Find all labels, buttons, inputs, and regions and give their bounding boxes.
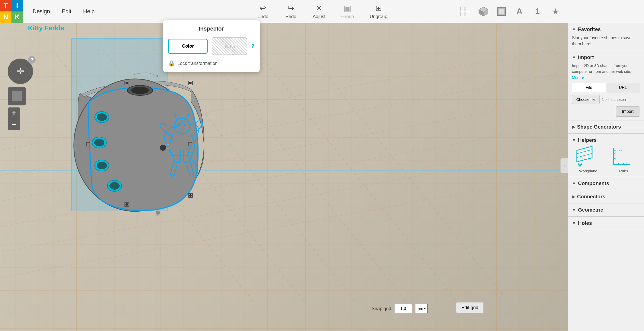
nav-help-icon[interactable]: ? xyxy=(28,56,36,64)
svg-point-48 xyxy=(189,82,192,84)
group-icon: ▣ xyxy=(344,3,351,13)
zoom-in-button[interactable]: + xyxy=(8,107,20,119)
workplane-item[interactable]: W Workplane xyxy=(572,146,605,173)
lock-icon: 🔒 xyxy=(168,60,175,67)
ruler-icon: mm xyxy=(611,146,636,167)
ungroup-label: Ungroup xyxy=(370,14,387,19)
import-more-link[interactable]: More ▶ xyxy=(572,75,640,80)
import-header[interactable]: ▼ Import xyxy=(572,54,640,60)
favorites-description: Star your favorite shapes to save them h… xyxy=(572,35,640,47)
holes-header[interactable]: ▼ Holes xyxy=(572,220,640,226)
tinkercad-logo[interactable]: T I N K xyxy=(0,0,23,23)
holes-title: Holes xyxy=(578,220,592,226)
collapse-panel-button[interactable]: › xyxy=(561,158,568,173)
snap-grid-label: Snap grid xyxy=(372,306,391,311)
redo-icon: ↪ xyxy=(287,3,294,13)
holes-section: ▼ Holes xyxy=(568,217,644,230)
nav-help[interactable]: Help xyxy=(78,6,99,17)
inspector-hole-button[interactable]: Hole xyxy=(212,37,247,55)
group-label: Group xyxy=(341,14,354,19)
svg-text:mm: mm xyxy=(619,149,622,152)
right-panel: ▼ Favorites Star your favorite shapes to… xyxy=(568,23,644,331)
redo-button[interactable]: ↪ Redo xyxy=(281,1,301,21)
geometric-arrow: ▼ xyxy=(572,208,576,212)
nav-edit[interactable]: Edit xyxy=(57,6,76,17)
snap-grid-input[interactable] xyxy=(394,304,412,313)
inspector-popup: Inspector Color Hole ? 🔒 Lock transforma… xyxy=(163,20,260,72)
zoom-out-button[interactable]: − xyxy=(8,119,20,130)
logo-i: I xyxy=(11,0,23,11)
shape-generators-section: ▶ Shape Generators xyxy=(568,120,644,134)
svg-point-33 xyxy=(109,182,120,190)
components-header[interactable]: ▼ Components xyxy=(572,181,640,186)
choose-file-button[interactable]: Choose file xyxy=(572,95,600,104)
number-view-button[interactable]: 1 xyxy=(530,4,544,18)
snap-grid-area: Snap grid mm xyxy=(372,304,428,313)
favorites-content: Star your favorite shapes to save them h… xyxy=(572,35,640,47)
redo-label: Redo xyxy=(285,14,296,19)
svg-line-59 xyxy=(577,150,592,154)
svg-rect-3 xyxy=(466,12,470,16)
import-tab-url[interactable]: URL xyxy=(606,83,640,92)
inspector-options: Color Hole ? xyxy=(168,37,255,55)
connectors-arrow: ▶ xyxy=(572,194,575,199)
import-tab-file[interactable]: File xyxy=(572,83,606,92)
star-view-button[interactable]: ★ xyxy=(549,4,563,18)
view-shape-button[interactable] xyxy=(8,87,26,105)
import-section: ▼ Import Import 2D or 3D shapes from you… xyxy=(568,51,644,120)
nav-menu: Design Edit Help xyxy=(23,6,104,17)
svg-point-49 xyxy=(189,194,192,197)
workplane-label: Workplane xyxy=(579,169,597,173)
ruler-item[interactable]: mm Ruler xyxy=(608,146,640,173)
logo-n: N xyxy=(0,11,11,23)
favorites-header[interactable]: ▼ Favorites xyxy=(572,26,640,32)
import-description: Import 2D or 3D shapes from your compute… xyxy=(572,63,640,74)
helpers-grid: W Workplane xyxy=(572,146,640,173)
canvas-area[interactable]: ✛ ? + − xyxy=(0,23,568,331)
edit-grid-button[interactable]: Edit grid xyxy=(456,302,484,313)
grid-view-button[interactable] xyxy=(458,4,472,18)
svg-point-29 xyxy=(94,139,104,146)
pan-arrows: ✛ xyxy=(17,66,24,77)
lock-label: Lock transformation xyxy=(177,61,218,66)
import-button[interactable]: Import xyxy=(616,106,640,117)
svg-rect-1 xyxy=(466,7,470,11)
zoom-controls: + − xyxy=(8,107,33,130)
svg-text:W: W xyxy=(578,163,582,167)
lock-transformation-row[interactable]: 🔒 Lock transformation xyxy=(168,60,255,67)
toolbar-right: A 1 ★ xyxy=(458,4,563,18)
file-row: Choose file No file chosen xyxy=(572,95,640,104)
adjust-button[interactable]: ✕ Adjust xyxy=(309,1,329,21)
inspector-color-button[interactable]: Color xyxy=(168,39,208,54)
text-view-button[interactable]: A xyxy=(512,4,526,18)
workplane-icon: W xyxy=(576,146,601,167)
nav-control: ✛ ? + − xyxy=(8,59,33,130)
shape-generators-header[interactable]: ▶ Shape Generators xyxy=(572,124,640,130)
svg-rect-0 xyxy=(461,7,465,11)
ungroup-button[interactable]: ⊞ Ungroup xyxy=(366,1,391,21)
svg-rect-2 xyxy=(461,12,465,16)
favorites-arrow: ▼ xyxy=(572,27,576,32)
cube-view-button[interactable] xyxy=(476,4,490,18)
connectors-header[interactable]: ▶ Connectors xyxy=(572,194,640,200)
nav-design[interactable]: Design xyxy=(28,6,54,17)
helpers-section: ▼ Helpers W Workplane xyxy=(568,134,644,177)
inspector-help-icon[interactable]: ? xyxy=(251,43,255,49)
helpers-header[interactable]: ▼ Helpers xyxy=(572,137,640,143)
connectors-section: ▶ Connectors xyxy=(568,190,644,203)
toolbar-center: ↩ Undo ↪ Redo ✕ Adjust ▣ Group ⊞ Ungroup xyxy=(253,1,391,21)
import-title: Import xyxy=(578,54,594,60)
undo-button[interactable]: ↩ Undo xyxy=(253,1,273,21)
group-button[interactable]: ▣ Group xyxy=(337,1,358,21)
geometric-title: Geometric xyxy=(578,207,603,213)
box-view-button[interactable] xyxy=(494,4,508,18)
helpers-arrow: ▼ xyxy=(572,138,576,143)
holes-arrow: ▼ xyxy=(572,221,576,226)
snap-unit-select[interactable]: mm xyxy=(415,304,428,313)
geometric-header[interactable]: ▼ Geometric xyxy=(572,207,640,213)
undo-label: Undo xyxy=(257,14,268,19)
svg-point-40 xyxy=(184,124,186,126)
svg-point-50 xyxy=(125,203,128,206)
pan-control[interactable]: ✛ ? xyxy=(8,59,33,84)
import-tabs: File URL xyxy=(572,83,640,92)
